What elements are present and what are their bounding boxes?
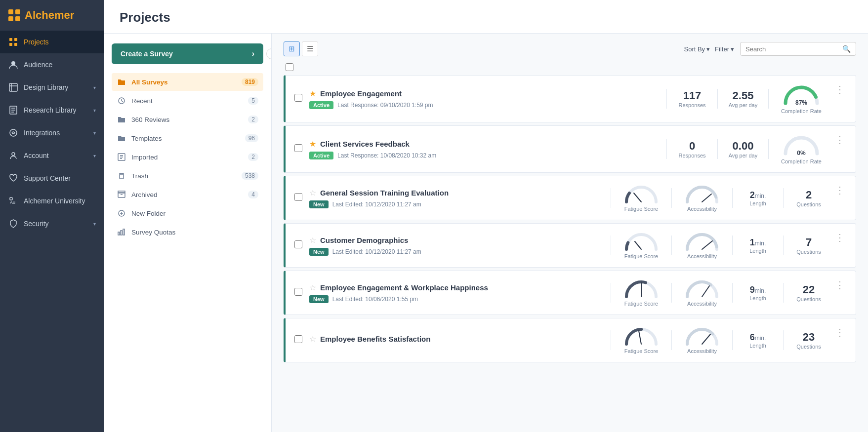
sidebar-item-audience[interactable]: Audience [0,53,104,76]
sidebar-item-account[interactable]: Account ▾ [0,144,104,167]
stat-divider [732,283,733,303]
stat-divider [717,89,718,109]
survey-checkbox[interactable] [294,94,302,102]
accessibility-label: Accessibility [680,301,724,307]
svg-rect-4 [9,38,12,41]
folder-item-360-reviews[interactable]: 360 Reviews 2 [112,111,263,128]
logo-area: Alchemer [0,0,104,31]
survey-last-response: Last Edited: 10/12/2020 11:27 am [332,201,421,208]
sidebar-item-projects[interactable]: Projects [0,31,104,53]
trash-icon [117,171,126,181]
survey-title-row: ☆ General Session Training Evaluation [309,188,596,197]
folder-count: 96 [245,134,258,142]
star-icon[interactable]: ☆ [309,236,316,245]
survey-stats: Fatigue Score Accessibility [603,279,826,307]
gauge-container: 87% [782,83,821,107]
survey-title-row: ★ Client Services Feedback [309,139,652,149]
sidebar-item-support-center[interactable]: Support Center [0,167,104,190]
grid-icon [8,37,19,47]
folder-label: Templates [131,135,162,142]
filter-button[interactable]: Filter ▾ [715,45,734,53]
star-icon[interactable]: ★ [309,89,316,98]
star-icon[interactable]: ★ [309,139,316,149]
survey-checkbox[interactable] [294,335,302,343]
toolbar: ⊞ ☰ Sort By ▾ Filter ▾ [284,41,856,56]
folder-item-trash[interactable]: Trash 538 [112,167,263,185]
sidebar-collapse-button[interactable]: ‹ [266,48,272,59]
accessibility-gauge-svg [685,232,719,252]
folder-item-survey-quotas[interactable]: Survey Quotas [112,223,263,241]
card-menu-button[interactable]: ⋮ [833,134,847,146]
survey-checkbox[interactable] [294,288,302,296]
survey-checkbox[interactable] [294,144,302,152]
survey-title[interactable]: Customer Demographics [320,236,408,244]
sidebar-item-label: Account [24,152,49,159]
fatigue-score-gauge: Fatigue Score [619,232,663,259]
select-all-checkbox[interactable] [286,63,293,71]
stat-divider [783,188,784,208]
survey-title-row: ★ Employee Engagement [309,89,652,98]
sort-chevron-icon: ▾ [706,45,710,53]
create-survey-label: Create a Survey [121,50,173,58]
survey-card-main: ☆ General Session Training Evaluation Ne… [309,188,596,208]
star-icon[interactable]: ☆ [309,188,316,197]
questions-stat: 22 Questions [791,283,826,302]
sidebar-item-integrations[interactable]: Integrations ▾ [0,121,104,144]
stat-divider [732,188,733,208]
gauge-text: 0% [797,150,805,157]
survey-title[interactable]: Client Services Feedback [320,140,410,148]
card-menu-button[interactable]: ⋮ [833,184,847,196]
svg-line-40 [702,286,709,297]
card-menu-button[interactable]: ⋮ [833,279,847,291]
sidebar-item-label: Security [24,220,49,228]
survey-title[interactable]: Employee Engagement [320,89,402,98]
card-menu-button[interactable]: ⋮ [833,326,847,338]
survey-checkbox[interactable] [294,240,302,248]
survey-last-response: Last Response: 09/10/2020 1:59 pm [337,102,433,109]
right-panel: ⊞ ☰ Sort By ▾ Filter ▾ [272,34,868,432]
sort-by-button[interactable]: Sort By ▾ [684,45,710,53]
stat-divider [783,236,784,255]
folder-label: Survey Quotas [131,229,175,236]
survey-title[interactable]: General Session Training Evaluation [320,189,449,197]
survey-checkbox[interactable] [294,193,302,201]
sidebar-item-research-library[interactable]: Research Library ▾ [0,99,104,121]
sidebar-item-alchemer-university[interactable]: Au Alchemer University [0,190,104,212]
star-icon[interactable]: ☆ [309,283,316,292]
sidebar-item-design-library[interactable]: Design Library ▾ [0,76,104,99]
survey-card-main: ★ Employee Engagement Active Last Respon… [309,89,652,109]
folder-item-archived[interactable]: Archived 4 [112,186,263,203]
length-stat: 2min. Length [741,190,775,206]
responses-label: Responses [675,102,709,108]
fatigue-score-gauge: Fatigue Score [619,184,663,212]
card-menu-button[interactable]: ⋮ [833,232,847,243]
survey-title[interactable]: Employee Engagement & Workplace Happines… [320,283,488,292]
svg-rect-32 [118,232,120,235]
folder-label: 360 Reviews [131,116,169,123]
card-menu-button[interactable]: ⋮ [833,83,847,95]
survey-title[interactable]: Employee Benefits Satisfaction [320,335,430,343]
folder-item-recent[interactable]: Recent 5 [112,92,263,110]
svg-rect-2 [8,16,13,21]
search-icon[interactable]: 🔍 [842,45,851,53]
status-badge: Active [309,101,333,109]
questions-label: Questions [791,201,826,207]
shield-icon [8,218,19,229]
avg-per-day-stat: 2.55 Avg per day [726,89,760,108]
survey-last-response: Last Edited: 10/12/2020 11:27 am [332,248,421,255]
chevron-icon: ▾ [93,153,96,158]
fatigue-label: Fatigue Score [619,253,663,259]
folder-item-imported[interactable]: Imported 2 [112,148,263,166]
list-view-button[interactable]: ☰ [302,41,318,56]
star-icon[interactable]: ☆ [309,334,316,344]
folder-item-all[interactable]: All Surveys 819 [112,73,263,91]
create-survey-button[interactable]: Create a Survey › [112,43,263,64]
search-input[interactable] [745,45,839,53]
sidebar-item-security[interactable]: Security ▾ [0,212,104,235]
folder-item-templates[interactable]: Templates 96 [112,129,263,147]
responses-stat: 117 Responses [675,89,709,108]
grid-view-button[interactable]: ⊞ [284,41,300,56]
svg-rect-34 [123,229,124,235]
folder-item-new-folder[interactable]: New Folder [112,204,263,222]
length-value: 9min. [741,285,775,295]
